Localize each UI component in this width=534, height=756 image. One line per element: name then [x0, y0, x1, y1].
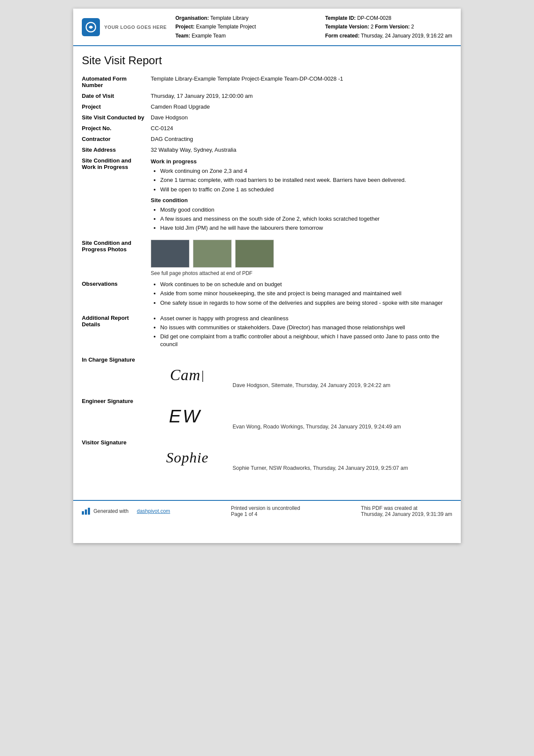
observations-content: Work continues to be on schedule and on … [151, 278, 452, 312]
org-value: Template Library [210, 15, 248, 21]
field-table: Automated Form Number Template Library-E… [82, 73, 452, 478]
visitor-signature-text: Sophie Turner, NSW Roadworks, Thursday, … [233, 465, 408, 473]
in-charge-signature-row: Cam| Dave Hodgson, Sitemate, Thursday, 2… [151, 356, 449, 394]
footer-link[interactable]: dashpivot.com [137, 508, 170, 514]
table-row: Site Visit Conducted by Dave Hodgson [82, 112, 452, 123]
visitor-signature-box: Sophie [151, 443, 220, 473]
additional-list: Asset owner is happy with progress and c… [151, 315, 449, 349]
visitor-sig-content: Sophie Sophie Turner, NSW Roadworks, Thu… [151, 437, 452, 478]
team-value: Example Team [192, 33, 226, 39]
site-condition-list2: Mostly good condition A few issues and m… [151, 206, 449, 232]
footer: Generated with dashpivot.com Printed ver… [73, 500, 461, 522]
photo-thumb-1 [151, 240, 189, 268]
template-version-label: Template Version: [325, 24, 369, 30]
project-label: Project [82, 101, 151, 112]
in-charge-signature-text: Dave Hodgson, Sitemate, Thursday, 24 Jan… [233, 382, 390, 390]
photos-row [151, 240, 449, 268]
form-version-value: 2 [411, 24, 414, 30]
form-created-value: Thursday, 24 January 2019, 9:16:22 am [361, 33, 452, 39]
engineer-signature-row: EW Evan Wong, Roado Workings, Thursday, … [151, 398, 449, 435]
form-created-label: Form created: [325, 33, 360, 39]
team-label: Team: [175, 33, 190, 39]
content: Site Visit Report Automated Form Number … [73, 46, 461, 487]
footer-right: This PDF was created at Thursday, 24 Jan… [361, 505, 452, 517]
bar1 [82, 511, 84, 515]
in-charge-signature-image: Cam| [151, 360, 220, 390]
table-row: Visitor Signature Sophie Sophie Turner, … [82, 437, 452, 478]
additional-label: Additional Report Details [82, 312, 151, 354]
photos-content: See full page photos attached at end of … [151, 237, 452, 278]
table-row: Project No. CC-0124 [82, 123, 452, 134]
date-of-visit-label: Date of Visit [82, 91, 151, 101]
site-condition-content: Work in progress Work continuing on Zone… [151, 155, 452, 237]
photos-caption: See full page photos attached at end of … [151, 270, 449, 276]
observations-list: Work continues to be on schedule and on … [151, 281, 449, 307]
list-item: Have told Jim (PM) and he will have the … [160, 224, 449, 232]
page: YOUR LOGO GOES HERE Organisation: Templa… [73, 9, 461, 543]
table-row: Site Condition and Work in Progress Work… [82, 155, 452, 237]
generated-text: Generated with [93, 508, 128, 514]
template-id-value: DP-COM-0028 [357, 15, 391, 21]
engineer-signature-box: EW [151, 401, 220, 431]
template-version-value: 2 [371, 24, 374, 30]
list-item: Zone 1 tarmac complete, with road barrie… [160, 176, 449, 184]
bar2 [85, 509, 87, 515]
photos-label: Site Condition and Progress Photos [82, 237, 151, 278]
list-item: Work continues to be on schedule and on … [160, 281, 449, 288]
logo-area: YOUR LOGO GOES HERE [82, 14, 167, 40]
site-address-value: 32 Wallaby Way, Sydney, Australia [151, 144, 452, 155]
header-middle: Organisation: Template Library Project: … [175, 14, 317, 40]
created-value: Thursday, 24 January 2019, 9:31:39 am [361, 511, 452, 517]
table-row: Automated Form Number Template Library-E… [82, 73, 452, 91]
engineer-signature-text: Evan Wong, Roado Workings, Thursday, 24 … [233, 424, 401, 431]
date-of-visit-value: Thursday, 17 January 2019, 12:00:00 am [151, 91, 452, 101]
additional-content: Asset owner is happy with progress and c… [151, 312, 452, 354]
footer-logo-bars [82, 508, 90, 515]
photo-thumb-2 [193, 240, 232, 268]
footer-middle: Printed version is uncontrolled Page 1 o… [231, 505, 300, 517]
project-label: Project: [175, 24, 195, 30]
visitor-signature-row: Sophie Sophie Turner, NSW Roadworks, Thu… [151, 439, 449, 476]
list-item: Aside from some minor housekeeping, the … [160, 290, 449, 297]
page-text: Page 1 of 4 [231, 511, 300, 517]
bar3 [88, 508, 90, 515]
in-charge-sig-content: Cam| Dave Hodgson, Sitemate, Thursday, 2… [151, 354, 452, 396]
logo-icon [82, 18, 100, 36]
header-right: Template ID: DP-COM-0028 Template Versio… [325, 14, 452, 40]
table-row: Site Condition and Progress Photos See f… [82, 237, 452, 278]
site-condition-list1: Work continuing on Zone 2,3 and 4 Zone 1… [151, 167, 449, 194]
automated-form-number-label: Automated Form Number [82, 73, 151, 91]
contractor-label: Contractor [82, 134, 151, 144]
org-label: Organisation: [175, 15, 209, 21]
observations-label: Observations [82, 278, 151, 312]
table-row: Observations Work continues to be on sch… [82, 278, 452, 312]
photo-thumb-3 [235, 240, 274, 268]
report-title: Site Visit Report [82, 54, 452, 67]
created-label: This PDF was created at [361, 505, 452, 511]
table-row: In Charge Signature Cam| Dave Hodgson, S… [82, 354, 452, 396]
form-version-label: Form Version: [375, 24, 410, 30]
list-item: One safety issue in regards to how some … [160, 299, 449, 307]
logo-text: YOUR LOGO GOES HERE [104, 25, 167, 30]
in-charge-signature-box: Cam| [151, 360, 220, 390]
table-row: Additional Report Details Asset owner is… [82, 312, 452, 354]
table-row: Engineer Signature EW Evan Wong, Roado W… [82, 396, 452, 437]
engineer-sig-content: EW Evan Wong, Roado Workings, Thursday, … [151, 396, 452, 437]
footer-left: Generated with dashpivot.com [82, 508, 170, 515]
template-id-label: Template ID: [325, 15, 356, 21]
table-row: Date of Visit Thursday, 17 January 2019,… [82, 91, 452, 101]
list-item: Asset owner is happy with progress and c… [160, 315, 449, 322]
list-item: A few issues and messiness on the south … [160, 215, 449, 223]
visitor-signature-image: Sophie [151, 443, 220, 473]
project-no-label: Project No. [82, 123, 151, 134]
project-no-value: CC-0124 [151, 123, 452, 134]
site-visit-conducted-value: Dave Hodgson [151, 112, 452, 123]
engineer-sig-label: Engineer Signature [82, 396, 151, 437]
in-charge-sig-label: In Charge Signature [82, 354, 151, 396]
table-row: Contractor DAG Contracting [82, 134, 452, 144]
site-condition-heading2: Site condition [151, 197, 449, 203]
uncontrolled-text: Printed version is uncontrolled [231, 505, 300, 511]
list-item: Did get one complaint from a traffic con… [160, 333, 449, 348]
header: YOUR LOGO GOES HERE Organisation: Templa… [73, 9, 461, 46]
site-condition-heading1: Work in progress [151, 158, 449, 165]
